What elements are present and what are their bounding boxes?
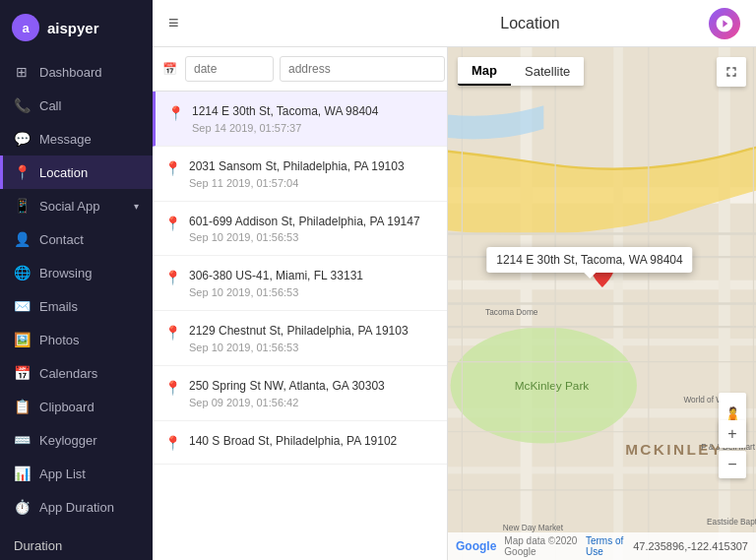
sidebar-item-label: Contact (39, 232, 84, 247)
sidebar-item-label: Dashboard (39, 65, 102, 80)
location-address: 250 Spring St NW, Atlanta, GA 30303 (189, 378, 435, 395)
sidebar-item-app-duration[interactable]: ⏱️ App Duration (0, 490, 153, 524)
sidebar-item-message[interactable]: 💬 Message (0, 122, 153, 156)
pin-icon: 📍 (164, 435, 181, 451)
zoom-in-button[interactable]: + (719, 420, 746, 448)
hamburger-icon[interactable]: ≡ (168, 13, 179, 33)
location-address: 2031 Sansom St, Philadelphia, PA 19103 (189, 158, 435, 175)
location-details: 2129 Chestnut St, Philadelphia, PA 19103… (189, 323, 435, 353)
location-time: Sep 10 2019, 01:56:53 (189, 286, 435, 298)
list-item[interactable]: 📍 1214 E 30th St, Tacoma, WA 98404 Sep 1… (153, 92, 447, 147)
pin-icon: 📍 (164, 160, 181, 176)
sidebar-item-label: App List (39, 467, 86, 481)
location-details: 2031 Sansom St, Philadelphia, PA 19103 S… (189, 158, 435, 189)
map-tab-map[interactable]: Map (458, 57, 511, 86)
map-area: McKinley Park MCKINLEY (448, 47, 756, 560)
sidebar-item-label: Browsing (39, 266, 92, 280)
filter-bar: 📅 🔍 (153, 47, 447, 92)
sidebar-item-keylogger[interactable]: ⌨️ Keylogger (0, 423, 153, 457)
sidebar-item-calendars[interactable]: 📅 Calendars (0, 356, 153, 390)
header: ≡ Location (153, 0, 756, 47)
list-item[interactable]: 📍 250 Spring St NW, Atlanta, GA 30303 Se… (153, 366, 447, 421)
pin-icon: 📍 (164, 270, 181, 285)
location-time: Sep 09 2019, 01:56:42 (189, 397, 435, 408)
map-background: McKinley Park MCKINLEY (448, 47, 756, 560)
google-logo: Google (456, 539, 496, 553)
sidebar: a aispyer ⊞ Dashboard 📞 Call 💬 Message 📍… (0, 0, 153, 560)
sidebar-logo: a aispyer (0, 0, 153, 55)
pin-icon: 📍 (167, 105, 184, 121)
sidebar-item-app-list[interactable]: 📊 App List (0, 457, 153, 490)
svg-rect-5 (448, 467, 756, 473)
map-credit: Map data ©2020 Google (504, 535, 578, 557)
main-content: ≡ Location 📅 🔍 📍 (153, 0, 756, 560)
location-address: 2129 Chestnut St, Philadelphia, PA 19103 (189, 323, 435, 340)
emails-icon: ✉️ (14, 298, 30, 314)
location-address: 1214 E 30th St, Tacoma, WA 98404 (192, 103, 435, 120)
photos-icon: 🖼️ (14, 332, 30, 347)
location-address: 601-699 Addison St, Philadelphia, PA 191… (189, 214, 435, 230)
date-input[interactable] (185, 56, 274, 82)
keylogger-icon: ⌨️ (14, 432, 30, 448)
sidebar-item-location[interactable]: 📍 Location (0, 156, 153, 189)
pin-icon: 📍 (164, 380, 181, 396)
svg-text:Tacoma Dome: Tacoma Dome (485, 308, 538, 317)
list-item[interactable]: 📍 2031 Sansom St, Philadelphia, PA 19103… (153, 147, 447, 202)
location-list: 📍 1214 E 30th St, Tacoma, WA 98404 Sep 1… (153, 92, 447, 560)
sidebar-item-label: Keylogger (39, 433, 97, 448)
call-icon: 📞 (14, 97, 30, 113)
social-app-icon: 📱 (14, 198, 30, 214)
location-time: Sep 11 2019, 01:57:04 (189, 177, 435, 189)
map-tab-satellite[interactable]: Satellite (511, 57, 584, 86)
location-address: 306-380 US-41, Miami, FL 33131 (189, 268, 435, 284)
content-area: 📅 🔍 📍 1214 E 30th St, Tacoma, WA 98404 S… (153, 47, 756, 560)
terms-link[interactable]: Terms of Use (586, 535, 625, 557)
duration-label: Duration (14, 538, 62, 553)
list-item[interactable]: 📍 601-699 Addison St, Philadelphia, PA 1… (153, 202, 447, 257)
sidebar-item-label: Social App (39, 199, 99, 214)
page-title: Location (500, 15, 560, 32)
location-time: Sep 10 2019, 01:56:53 (189, 231, 435, 243)
location-details: 306-380 US-41, Miami, FL 33131 Sep 10 20… (189, 268, 435, 298)
sidebar-item-emails[interactable]: ✉️ Emails (0, 289, 153, 323)
location-details: 250 Spring St NW, Atlanta, GA 30303 Sep … (189, 378, 435, 408)
location-address: 140 S Broad St, Philadelphia, PA 19102 (189, 433, 435, 450)
clipboard-icon: 📋 (14, 399, 30, 414)
map-footer: Google Map data ©2020 Google Terms of Us… (448, 532, 756, 560)
sidebar-item-label: Message (39, 132, 92, 147)
app-name: aispyer (47, 20, 99, 36)
calendar-icon: 📅 (162, 62, 177, 76)
dashboard-icon: ⊞ (14, 64, 30, 80)
location-details: 140 S Broad St, Philadelphia, PA 19102 (189, 433, 435, 452)
location-details: 601-699 Addison St, Philadelphia, PA 191… (189, 214, 435, 244)
fullscreen-button[interactable] (717, 57, 746, 87)
pin-icon: 📍 (164, 325, 181, 341)
location-time: Sep 14 2019, 01:57:37 (192, 122, 435, 134)
list-item[interactable]: 📍 306-380 US-41, Miami, FL 33131 Sep 10 … (153, 256, 447, 311)
zoom-out-button[interactable]: − (719, 451, 746, 478)
sidebar-item-label: App Duration (39, 500, 114, 515)
sidebar-item-dashboard[interactable]: ⊞ Dashboard (0, 55, 153, 89)
sidebar-item-contact[interactable]: 👤 Contact (0, 222, 153, 256)
sidebar-item-label: Call (39, 98, 61, 113)
duration-bar: Duration (0, 531, 153, 560)
sidebar-item-label: Emails (39, 299, 78, 314)
list-item[interactable]: 📍 2129 Chestnut St, Philadelphia, PA 191… (153, 311, 447, 366)
sidebar-item-social-app[interactable]: 📱 Social App ▾ (0, 189, 153, 222)
sidebar-item-label: Photos (39, 333, 79, 347)
sidebar-item-photos[interactable]: 🖼️ Photos (0, 323, 153, 356)
sidebar-item-label: Calendars (39, 366, 97, 381)
sidebar-item-browsing[interactable]: 🌐 Browsing (0, 256, 153, 289)
logo-icon: a (12, 14, 39, 41)
contact-icon: 👤 (14, 231, 30, 247)
popup-text: 1214 E 30th St, Tacoma, WA 98404 (496, 253, 682, 267)
left-panel: 📅 🔍 📍 1214 E 30th St, Tacoma, WA 98404 S… (153, 47, 448, 560)
message-icon: 💬 (14, 131, 30, 147)
pin-icon: 📍 (164, 216, 181, 231)
address-input[interactable] (280, 56, 445, 82)
sidebar-item-clipboard[interactable]: 📋 Clipboard (0, 390, 153, 423)
map-popup: 1214 E 30th St, Tacoma, WA 98404 (486, 247, 692, 273)
sidebar-item-label: Location (39, 165, 88, 180)
sidebar-item-call[interactable]: 📞 Call (0, 89, 153, 122)
list-item[interactable]: 📍 140 S Broad St, Philadelphia, PA 19102 (153, 421, 447, 465)
